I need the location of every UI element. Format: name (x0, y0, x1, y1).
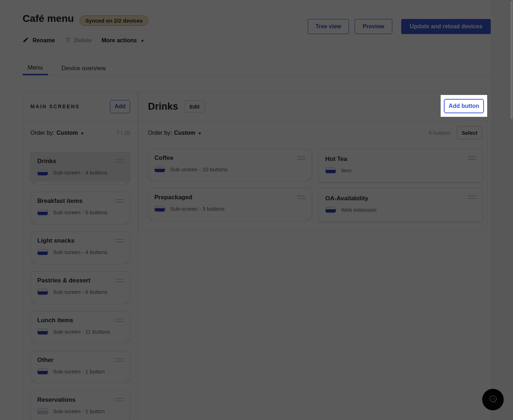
spotlight-highlight: Add button (441, 95, 487, 117)
scrollbar-thumb[interactable] (510, 1, 513, 119)
add-button[interactable]: Add button (444, 99, 484, 113)
dim-overlay (0, 0, 513, 420)
menu-editor-page: Café menu Synced on 2/2 devices Tree vie… (0, 0, 513, 420)
